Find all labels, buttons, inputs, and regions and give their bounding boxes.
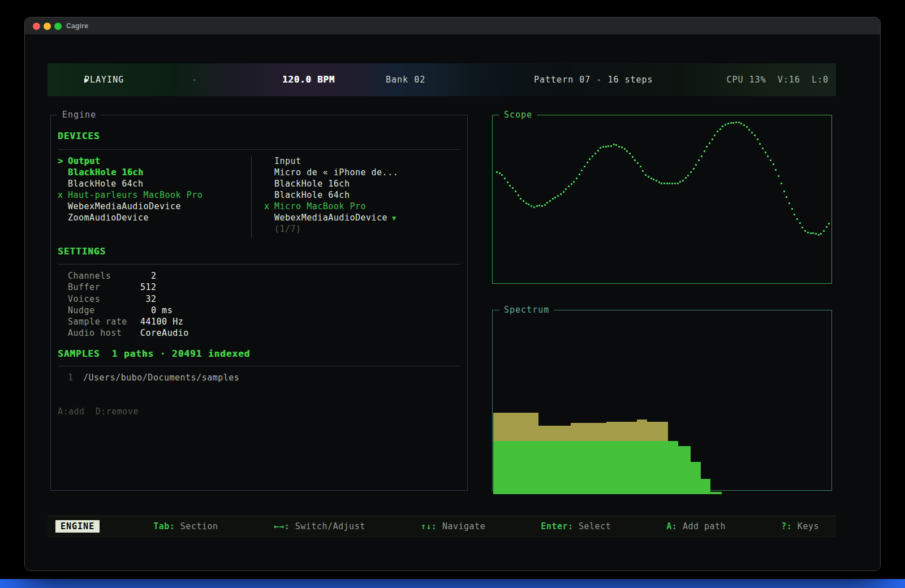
- device-column-header: >Output: [58, 155, 250, 167]
- device-name: BlackHole 64ch: [68, 179, 143, 189]
- app-content: ▶PLAYING - 120.0 BPM Bank 02 Pattern 07 …: [25, 35, 880, 571]
- device-row[interactable]: BlackHole 64ch: [264, 189, 462, 201]
- scroll-down-icon: ▼: [387, 214, 396, 222]
- sample-paths-list: 1/Users/bubo/Documents/samples: [68, 372, 239, 383]
- sample-path-index: 1: [68, 372, 83, 383]
- window-title: Cagire: [66, 22, 88, 30]
- dock-strip: [0, 579, 905, 588]
- device-name: BlackHole 16ch: [68, 167, 143, 178]
- device-name: WebexMediaAudioDevice: [68, 201, 181, 211]
- shortcut-key: ?:: [781, 521, 792, 531]
- device-column-header: Input: [264, 155, 462, 167]
- engine-panel: Engine DEVICES >OutputBlackHole 16chBlac…: [50, 110, 468, 491]
- shortcut-label: Select: [573, 521, 611, 531]
- shortcut-key: Enter:: [541, 521, 573, 531]
- shortcut-hint: ←→: Switch/Adjust: [274, 521, 365, 531]
- setting-row[interactable]: Nudge 0 ms: [68, 305, 189, 316]
- cursor-icon: >: [58, 155, 68, 167]
- device-column-label: Output: [68, 156, 100, 166]
- input-device-list: InputMicro de « iPhone de...BlackHole 16…: [264, 155, 462, 235]
- device-name: Haut-parleurs MacBook Pro: [68, 190, 202, 200]
- bpm-display[interactable]: 120.0 BPM: [282, 75, 335, 85]
- device-row[interactable]: (1/7): [264, 223, 462, 235]
- device-row[interactable]: WebexMediaAudioDevice ▼: [264, 212, 462, 223]
- pattern-display[interactable]: Pattern 07 - 16 steps: [534, 75, 653, 85]
- shortcut-key: ←→:: [274, 521, 290, 531]
- setting-row[interactable]: Buffer512: [68, 282, 189, 293]
- setting-value: 2: [140, 271, 157, 281]
- device-active-mark: x: [264, 201, 274, 212]
- setting-row[interactable]: Voices 32: [68, 293, 189, 305]
- device-row[interactable]: BlackHole 16ch: [58, 167, 250, 178]
- shortcut-key: A:: [666, 521, 677, 531]
- shortcut-hint: ↑↓: Navigate: [421, 521, 485, 531]
- cpu-stats: CPU 13% V:16 L:0: [726, 75, 829, 85]
- setting-label: Voices: [68, 293, 140, 305]
- divider: [58, 366, 460, 366]
- setting-value: 32: [140, 294, 157, 304]
- setting-value: 44100 Hz: [140, 317, 183, 327]
- transport-bar: ▶PLAYING - 120.0 BPM Bank 02 Pattern 07 …: [48, 63, 836, 96]
- shortcut-key: Tab:: [153, 521, 175, 531]
- sample-path-row[interactable]: 1/Users/bubo/Documents/samples: [68, 372, 239, 383]
- setting-row[interactable]: Channels 2: [68, 270, 189, 282]
- samples-hint: A:add D:remove: [58, 407, 139, 417]
- scope-waveform: [493, 116, 830, 282]
- setting-label: Audio host: [68, 327, 140, 339]
- device-row[interactable]: xMicro MacBook Pro: [264, 201, 462, 212]
- shortcut-label: Add path: [677, 521, 726, 531]
- device-column-label: Input: [274, 156, 301, 166]
- mode-badge[interactable]: ENGINE: [55, 520, 100, 533]
- divider: [58, 264, 460, 265]
- bank-display[interactable]: Bank 02: [386, 75, 425, 85]
- shortcut-label: Navigate: [437, 521, 485, 531]
- shortcut-hint: ?: Keys: [781, 521, 819, 531]
- device-name: BlackHole 64ch: [274, 190, 350, 200]
- device-row[interactable]: ZoomAudioDevice: [58, 212, 250, 223]
- sample-path-value: /Users/bubo/Documents/samples: [83, 373, 239, 383]
- setting-value: CoreAudio: [140, 328, 189, 338]
- output-device-list: >OutputBlackHole 16chBlackHole 64chxHaut…: [58, 155, 250, 223]
- device-name: Micro MacBook Pro: [274, 201, 366, 211]
- device-name: BlackHole 16ch: [274, 179, 350, 189]
- shortcut-hint: A: Add path: [666, 521, 726, 531]
- scope-panel: Scope: [492, 110, 832, 284]
- device-name: (1/7): [274, 224, 301, 234]
- transport-tick-indicator: -: [192, 75, 197, 85]
- device-row[interactable]: BlackHole 16ch: [264, 178, 462, 189]
- device-row[interactable]: xHaut-parleurs MacBook Pro: [58, 189, 250, 201]
- shortcut-label: Switch/Adjust: [290, 521, 365, 531]
- device-row[interactable]: WebexMediaAudioDevice: [58, 201, 250, 212]
- setting-value: 0 ms: [140, 305, 173, 315]
- zoom-button[interactable]: [54, 23, 62, 30]
- shortcut-label: Section: [175, 521, 218, 531]
- spectrum-chart: [493, 311, 831, 494]
- screen: Cagire ▶PLAYING - 120.0 BPM Bank 02 Patt…: [0, 0, 905, 588]
- window-titlebar[interactable]: Cagire: [25, 18, 880, 34]
- setting-label: Channels: [68, 270, 140, 282]
- close-button[interactable]: [33, 23, 40, 30]
- devices-heading: DEVICES: [58, 131, 100, 141]
- setting-row[interactable]: Sample rate44100 Hz: [68, 316, 189, 327]
- samples-heading: SAMPLES 1 paths · 20491 indexed: [58, 348, 250, 359]
- spectrum-panel: Spectrum: [492, 305, 832, 491]
- app-window: Cagire ▶PLAYING - 120.0 BPM Bank 02 Patt…: [24, 17, 881, 571]
- divider: [58, 149, 460, 150]
- shortcut-hint: Tab: Section: [153, 521, 218, 531]
- shortcut-key: ↑↓:: [421, 521, 437, 531]
- minimize-button[interactable]: [44, 23, 51, 30]
- device-row[interactable]: BlackHole 64ch: [58, 178, 250, 189]
- setting-label: Sample rate: [68, 316, 140, 327]
- setting-label: Buffer: [68, 282, 140, 293]
- device-name: WebexMediaAudioDevice: [274, 213, 387, 223]
- device-name: ZoomAudioDevice: [68, 213, 149, 223]
- engine-panel-title: Engine: [58, 110, 101, 120]
- setting-value: 512: [140, 282, 157, 292]
- status-bar: ENGINE Tab: Section←→: Switch/Adjust↑↓: …: [48, 516, 836, 537]
- shortcut-label: Keys: [792, 521, 819, 531]
- device-active-mark: x: [58, 189, 68, 201]
- setting-row[interactable]: Audio hostCoreAudio: [68, 327, 189, 339]
- device-row[interactable]: Micro de « iPhone de...: [264, 167, 462, 178]
- column-divider: [251, 157, 252, 238]
- device-name: Micro de « iPhone de...: [274, 167, 398, 178]
